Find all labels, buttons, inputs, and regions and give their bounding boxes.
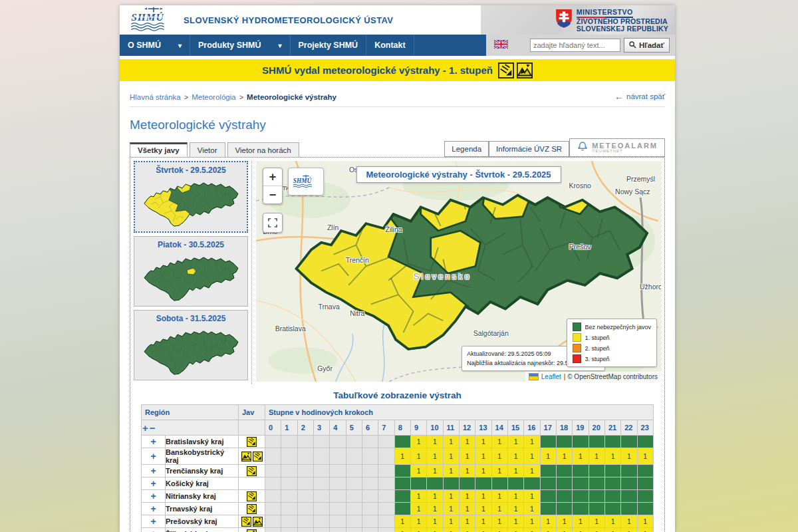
hour-cell-23: 1 xyxy=(637,448,653,465)
fullscreen-button[interactable] xyxy=(263,213,283,233)
hour-header-15: 15 xyxy=(507,420,523,436)
collapse-all-button[interactable]: − xyxy=(149,422,156,434)
hour-cell-20: 1 xyxy=(589,448,604,465)
hour-cell-12: 1 xyxy=(459,448,475,465)
hour-cell-3 xyxy=(313,503,329,515)
uvz-info-button[interactable]: Informácie ÚVZ SR xyxy=(489,141,569,157)
hour-header-16: 16 xyxy=(524,420,540,436)
nav-item-kontakt[interactable]: Kontakt xyxy=(366,35,414,56)
zoom-in-button[interactable]: + xyxy=(263,168,282,186)
row-expander[interactable]: + xyxy=(142,448,166,465)
hour-cell-16: 1 xyxy=(524,436,540,448)
breadcrumb-item: Meteorologické výstrahy xyxy=(247,93,336,101)
hour-cell-12: 1 xyxy=(459,503,475,515)
row-expander[interactable]: + xyxy=(142,515,166,528)
hour-cell-21: 1 xyxy=(604,448,620,465)
nav-item-projekty-shm-[interactable]: Projekty SHMÚ xyxy=(291,35,367,56)
hour-cell-23 xyxy=(637,490,653,503)
brand[interactable]: SHMÚ SLOVENSKÝ HYDROMETEOROLOGICKÝ ÚSTAV xyxy=(120,5,481,35)
hour-cell-20: 1 xyxy=(589,528,604,532)
hour-cell-22: 1 xyxy=(621,448,637,465)
table-row: +Žilinský kraj1111111111111111 xyxy=(142,528,654,532)
hour-cell-11: 1 xyxy=(443,448,459,465)
hour-header-0: 0 xyxy=(265,420,281,436)
row-expander[interactable]: + xyxy=(142,528,166,532)
map-title: Meteorologické výstrahy - Štvrtok - 29.5… xyxy=(356,166,561,183)
table-row: +Košický kraj xyxy=(142,477,654,490)
hour-cell-0 xyxy=(265,448,281,465)
hour-cell-14: 1 xyxy=(491,490,507,503)
warning-map[interactable]: OstravaOlomoucBrnoZlínNowy SączKrosnoPrz… xyxy=(256,161,661,382)
hour-cell-13: 1 xyxy=(475,528,491,532)
hour-cell-8: 1 xyxy=(394,515,410,528)
hour-cell-21: 1 xyxy=(604,528,620,532)
hour-cell-21: 1 xyxy=(604,515,620,528)
search-input[interactable] xyxy=(530,39,620,52)
meteoalarm-link[interactable]: METEOALARM ©EUMETNET xyxy=(569,138,665,157)
hour-cell-9: 1 xyxy=(410,448,426,465)
legend-entry: 3. stupeň xyxy=(573,354,651,363)
zoom-out-button[interactable]: − xyxy=(263,186,282,203)
hour-cell-15: 1 xyxy=(507,448,523,465)
table-hours-row: +−01234567891011121314151617181920212223 xyxy=(142,420,654,436)
hour-cell-20 xyxy=(589,490,604,503)
region-warning-icons xyxy=(239,528,265,532)
row-expander[interactable]: + xyxy=(142,503,166,515)
hour-cell-11: 1 xyxy=(443,515,459,528)
breadcrumb-separator: > xyxy=(239,93,243,101)
nav-item-produkty-shm-[interactable]: Produkty SHMÚ▾ xyxy=(190,35,290,56)
legend-button[interactable]: Legenda xyxy=(444,141,489,157)
minimap-title: Štvrtok - 29.5.2025 xyxy=(135,162,247,175)
hour-cell-17 xyxy=(540,465,556,477)
hour-cell-10: 1 xyxy=(427,528,443,532)
day-minimap-3[interactable]: Sobota - 31.5.2025 xyxy=(134,310,248,380)
hour-cell-9: 1 xyxy=(410,436,426,448)
hour-cell-6 xyxy=(362,490,378,503)
column-header-jav: Jav xyxy=(239,405,265,420)
wind-warning-icon xyxy=(247,504,257,514)
expand-all-button[interactable]: + xyxy=(142,422,149,434)
hour-cell-16: 1 xyxy=(524,490,540,503)
row-expander[interactable]: + xyxy=(142,436,166,448)
hour-cell-10: 1 xyxy=(427,503,443,515)
search-button[interactable]: Hľadať xyxy=(624,38,670,53)
hour-cell-9: 1 xyxy=(410,465,426,477)
tab-v-etky-javy[interactable]: Všetky javy xyxy=(130,142,188,157)
meteoalarm-label: METEOALARM xyxy=(592,142,658,149)
alert-banner[interactable]: SHMÚ vydal meteorologické výstrahy - 1. … xyxy=(120,59,675,81)
city-label: Przemyśl xyxy=(626,175,655,183)
tab-bar: Všetky javyVietorVietor na horách Legend… xyxy=(130,139,665,157)
back-link[interactable]: ← návrat späť xyxy=(614,91,665,102)
english-flag-icon[interactable] xyxy=(494,39,508,51)
hour-cell-12: 1 xyxy=(459,465,475,477)
region-warning-icons xyxy=(239,490,265,503)
hour-header-7: 7 xyxy=(378,420,394,436)
row-expander[interactable]: + xyxy=(142,490,166,503)
hour-cell-2 xyxy=(297,528,313,532)
hour-cell-18 xyxy=(556,477,572,490)
day-minimap-2[interactable]: Piatok - 30.5.2025 xyxy=(134,236,248,307)
hour-cell-11: 1 xyxy=(443,465,459,477)
breadcrumb-item[interactable]: Hlavná stránka xyxy=(130,93,181,101)
nav-item-o-shm-[interactable]: O SHMÚ▾ xyxy=(120,35,190,56)
map-shmu-logo: SHMÚ xyxy=(288,168,324,196)
chevron-down-icon: ▾ xyxy=(178,42,182,49)
ministry-block[interactable]: MINISTERSTVO ŽIVOTNÉHO PROSTREDIA SLOVEN… xyxy=(481,5,675,35)
hour-cell-15: 1 xyxy=(507,503,523,515)
tab-vietor[interactable]: Vietor xyxy=(190,142,225,157)
region-name: Trenčiansky kraj xyxy=(166,465,239,477)
hour-cell-22 xyxy=(621,477,637,490)
row-expander[interactable]: + xyxy=(142,465,166,477)
city-label: Prešov xyxy=(569,243,591,251)
hour-cell-19 xyxy=(573,477,589,490)
hour-cell-2 xyxy=(297,503,313,515)
leaflet-link[interactable]: Leaflet xyxy=(541,373,561,380)
hour-cell-22: 1 xyxy=(621,528,637,532)
hour-cell-4 xyxy=(330,490,346,503)
hour-cell-14: 1 xyxy=(491,528,507,532)
hour-header-9: 9 xyxy=(410,420,426,436)
breadcrumb-item[interactable]: Meteorológia xyxy=(192,93,235,101)
row-expander[interactable]: + xyxy=(142,477,166,490)
tab-vietor-na-hor-ch[interactable]: Vietor na horách xyxy=(227,142,299,157)
day-minimap-1[interactable]: Štvrtok - 29.5.2025 xyxy=(134,161,248,233)
